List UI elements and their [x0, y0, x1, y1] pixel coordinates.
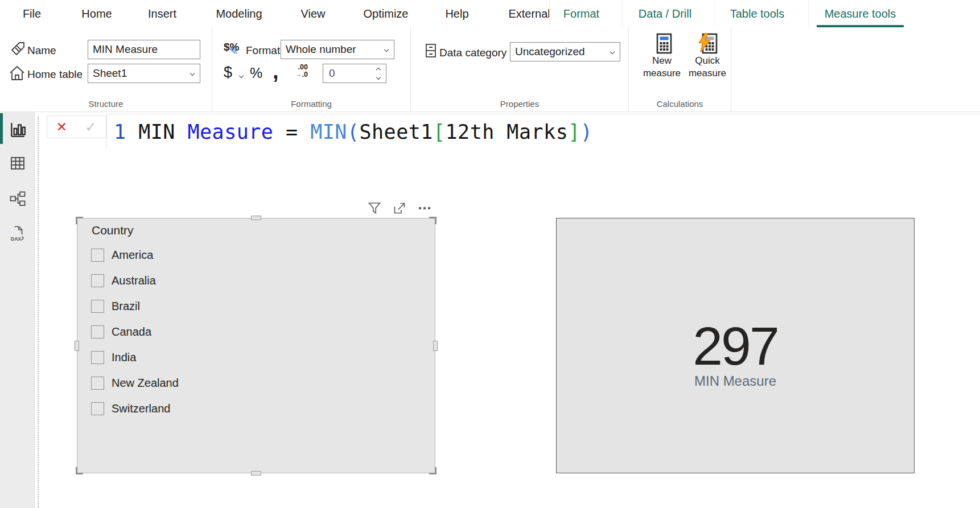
sidebar-item-report-view[interactable]	[0, 117, 35, 143]
powerbi-window: FileHomeInsertModelingViewOptimizeHelpEx…	[0, 0, 980, 508]
slicer-item-label: America	[112, 249, 153, 262]
sidebar-item-model-view[interactable]	[0, 185, 35, 212]
slicer-title: Country	[92, 224, 134, 237]
tab-data-drill[interactable]: Data / Drill	[622, 0, 707, 27]
menu-item-view[interactable]: View	[301, 0, 326, 27]
decimal-places-stepper[interactable]: 0	[323, 64, 386, 83]
group-caption-structure: Structure	[0, 99, 212, 109]
checkbox-icon[interactable]	[91, 377, 104, 390]
menu-item-file[interactable]: File	[23, 0, 41, 27]
panel-grip[interactable]	[38, 117, 39, 508]
sidebar-item-table-view[interactable]	[0, 150, 35, 176]
report-view-icon	[9, 121, 27, 139]
ribbon-group-formatting: $%✎ Format Whole number $ % , .00→.0 0 F…	[212, 27, 411, 111]
card-visual[interactable]: 297 MIN Measure	[556, 218, 915, 473]
new-measure-icon	[640, 33, 683, 55]
chevron-down-icon[interactable]	[239, 73, 244, 78]
resize-handle[interactable]	[251, 471, 261, 476]
measure-name-input[interactable]	[88, 40, 200, 59]
menu-item-home[interactable]: Home	[81, 0, 112, 27]
dax-formula-bar[interactable]: 1 MIN Measure = MIN(Sheet1[12th Marks])	[106, 114, 980, 149]
dax-token-plain: 12th Marks	[445, 121, 568, 143]
checkbox-icon[interactable]	[91, 249, 104, 262]
thousands-separator-button[interactable]: ,	[273, 60, 279, 82]
resize-corner[interactable]	[429, 217, 437, 224]
pencil-icon: ✎	[229, 45, 238, 57]
checkbox-icon[interactable]	[91, 274, 104, 287]
data-category-dropdown[interactable]: Uncategorized	[510, 42, 620, 61]
tab-format[interactable]: Format	[549, 0, 613, 27]
percent-format-button[interactable]: %	[250, 66, 262, 80]
quick-measure-button[interactable]: Quickmeasure	[686, 33, 729, 80]
focus-mode-icon[interactable]	[393, 201, 406, 215]
home-table-dropdown[interactable]: Sheet1	[88, 64, 200, 83]
commit-formula-button[interactable]: ✓	[85, 119, 97, 135]
home-table-value: Sheet1	[93, 67, 127, 80]
slicer-item-label: Australia	[112, 274, 156, 287]
slicer-item-india[interactable]: India	[91, 345, 429, 370]
format-label: Format	[246, 44, 280, 57]
slicer-item-label: Brazil	[112, 300, 140, 313]
tab-label: Table tools	[730, 7, 785, 20]
group-caption-formatting: Formatting	[212, 99, 410, 109]
quick-measure-icon	[686, 33, 729, 55]
tag-icon	[10, 41, 26, 57]
slicer-item-canada[interactable]: Canada	[91, 319, 429, 345]
filter-icon[interactable]	[368, 201, 381, 215]
dax-query-view-icon: DAX	[9, 225, 26, 242]
resize-handle[interactable]	[251, 216, 261, 220]
currency-format-button[interactable]: $	[224, 65, 232, 80]
slicer-item-australia[interactable]: Australia	[91, 268, 429, 294]
new-measure-button[interactable]: Newmeasure	[640, 33, 683, 80]
sidebar-item-dax-query-view[interactable]: DAX	[0, 220, 35, 246]
checkbox-icon[interactable]	[91, 351, 104, 364]
tab-table-tools[interactable]: Table tools	[715, 0, 799, 27]
dax-token-paren: (	[347, 121, 360, 143]
tab-label: Measure tools	[825, 7, 896, 20]
menubar: FileHomeInsertModelingViewOptimizeHelpEx…	[0, 0, 980, 27]
chevron-up-icon[interactable]	[376, 67, 381, 72]
decimal-places-icon[interactable]: .00→.0	[289, 64, 308, 78]
resize-corner[interactable]	[76, 467, 83, 474]
dax-token-plain: Sheet1	[359, 121, 433, 143]
card-value: 297	[557, 315, 914, 377]
slicer-item-label: Switzerland	[112, 402, 170, 415]
card-value-label: MIN Measure	[557, 373, 914, 389]
report-canvas: ✕ ✓ 1 MIN Measure = MIN(Sheet1[12th Mark…	[35, 112, 980, 508]
tab-measure-tools[interactable]: Measure tools	[808, 0, 912, 27]
resize-corner[interactable]	[429, 467, 437, 474]
dax-token-function: MIN	[310, 121, 347, 143]
checkbox-icon[interactable]	[91, 402, 104, 415]
slicer-item-new-zealand[interactable]: New Zealand	[91, 370, 429, 396]
ribbon-group-structure: Name Home table Sheet1 Structure	[0, 27, 212, 111]
dax-token-bracket: [	[433, 121, 446, 143]
menu-item-help[interactable]: Help	[445, 0, 468, 27]
slicer-item-label: India	[112, 351, 136, 364]
slicer-item-switzerland[interactable]: Switzerland	[91, 396, 429, 422]
resize-corner[interactable]	[76, 217, 83, 224]
formula-bar-buttons: ✕ ✓	[47, 115, 106, 138]
group-caption-calculations: Calculations	[629, 99, 731, 109]
checkbox-icon[interactable]	[91, 325, 104, 338]
checkbox-icon[interactable]	[91, 300, 104, 313]
chevron-down-icon[interactable]	[376, 75, 381, 79]
slicer-visual[interactable]: Country AmericaAustraliaBrazilCanadaIndi…	[77, 218, 435, 473]
resize-handle[interactable]	[433, 341, 438, 351]
slicer-item-brazil[interactable]: Brazil	[91, 294, 429, 319]
ribbon-group-calculations: NewmeasureQuickmeasure Calculations	[629, 27, 731, 111]
dax-formula-text[interactable]: 1 MIN Measure = MIN(Sheet1[12th Marks])	[114, 121, 592, 143]
dax-token-plain: MIN	[126, 121, 188, 143]
chevron-down-icon	[610, 49, 615, 54]
menu-item-insert[interactable]: Insert	[148, 0, 176, 27]
format-dropdown[interactable]: Whole number	[281, 40, 394, 59]
active-view-indicator	[0, 113, 3, 144]
slicer-item-america[interactable]: America	[91, 242, 429, 268]
button-label: New	[640, 55, 683, 67]
more-options-icon[interactable]	[418, 201, 431, 215]
chevron-down-icon	[384, 47, 389, 52]
dax-token-bracket: ]	[568, 121, 580, 143]
cancel-formula-button[interactable]: ✕	[56, 119, 67, 134]
menu-item-modeling[interactable]: Modeling	[216, 0, 262, 27]
resize-handle[interactable]	[75, 341, 79, 351]
menu-item-optimize[interactable]: Optimize	[364, 0, 409, 27]
